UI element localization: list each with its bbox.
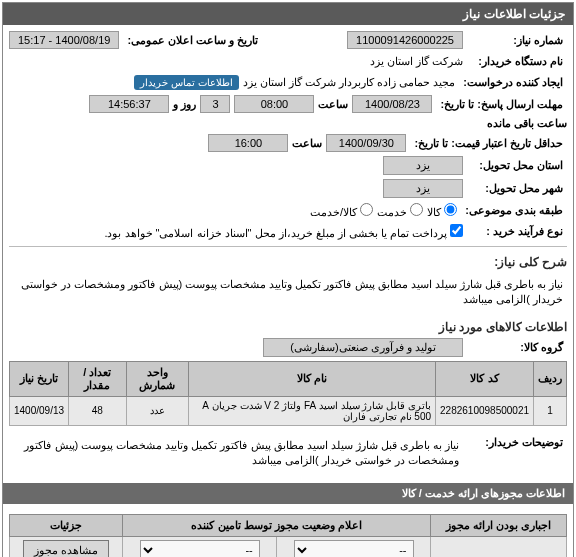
purchase-type-text: پرداخت تمام یا بخشی از مبلغ خرید،از محل …: [104, 227, 447, 239]
buyer-org-label: نام دستگاه خریدار:: [467, 53, 567, 70]
licenses-table: اجباری بودن ارائه مجوز اعلام وضعیت مجوز …: [9, 514, 567, 557]
panel-title: جزئیات اطلاعات نیاز: [3, 3, 573, 25]
table-row: 1 2282610098500021 باتری قابل شارژ سیلد …: [10, 396, 567, 425]
requester-value: مجید حمامی زاده کاربردار شرکت گاز استان …: [243, 76, 455, 89]
deadline-time: 08:00: [234, 95, 314, 113]
min-validity-date: 1400/09/30: [326, 134, 406, 152]
license-row: -- -- مشاهده مجوز: [10, 536, 567, 557]
category-service-option[interactable]: خدمت: [377, 203, 423, 219]
licenses-header-row: اجباری بودن ارائه مجوز اعلام وضعیت مجوز …: [10, 514, 567, 536]
need-desc-title: شرح کلی نیاز:: [9, 255, 567, 269]
buyer-notes-label: توضیحات خریدار:: [467, 434, 567, 451]
category-both-text: کالا/خدمت: [310, 206, 357, 218]
delivery-province-label: استان محل تحویل:: [467, 157, 567, 174]
cell-name: باتری قابل شارژ سیلد اسید FA ولتاژ V 2 ش…: [188, 396, 435, 425]
category-goods-radio[interactable]: [444, 203, 457, 216]
licenses-header: اطلاعات مجوزهای ارائه خدمت / کالا: [3, 483, 573, 504]
deadline-label: مهلت ارسال پاسخ: تا تاریخ:: [436, 96, 567, 113]
goods-table: ردیف کد کالا نام کالا واحد شمارش تعداد /…: [9, 361, 567, 426]
buyer-notes-text: نیاز به باطری قبل شارژ سیلد اسید مطابق پ…: [9, 434, 463, 473]
buyer-org-value: شرکت گاز استان یزد: [370, 55, 463, 68]
row-deadline: مهلت ارسال پاسخ: تا تاریخ: 1400/08/23 سا…: [9, 95, 567, 130]
row-buyer-org: نام دستگاه خریدار: شرکت گاز استان یزد: [9, 53, 567, 70]
min-validity-time: 16:00: [208, 134, 288, 152]
cell-idx: 1: [534, 396, 567, 425]
need-desc-text: نیاز به باطری قبل شارژ سیلد اسید مطابق پ…: [9, 273, 567, 312]
need-number-value: 1100091426000225: [347, 31, 463, 49]
requester-label: ایجاد کننده درخواست:: [459, 74, 567, 91]
licenses-body: اجباری بودن ارائه مجوز اعلام وضعیت مجوز …: [3, 504, 573, 557]
cell-code: 2282610098500021: [436, 396, 534, 425]
license-status-select-2[interactable]: --: [140, 540, 260, 557]
buyer-contact-badge[interactable]: اطلاعات تماس خریدار: [134, 75, 239, 90]
category-goods-text: کالا: [427, 206, 441, 218]
remaining-days: 3: [200, 95, 230, 113]
cell-unit: عدد: [126, 396, 188, 425]
license-status-cell-1: --: [277, 536, 431, 557]
th-mandatory: اجباری بودن ارائه مجوز: [430, 514, 566, 536]
divider-1: [9, 246, 567, 247]
th-qty: تعداد / مقدار: [69, 361, 127, 396]
row-group: گروه کالا: تولید و فرآوری صنعتی(سفارشی): [9, 338, 567, 357]
time-label-1: ساعت: [318, 98, 348, 111]
delivery-city-value: یزد: [383, 179, 463, 198]
row-min-validity: حداقل تاریخ اعتبار قیمت: تا تاریخ: 1400/…: [9, 134, 567, 152]
th-status: اعلام وضعیت مجوز توسط تامین کننده: [123, 514, 431, 536]
license-mandatory-cell: [430, 536, 566, 557]
view-license-button[interactable]: مشاهده مجوز: [23, 540, 109, 557]
purchase-type-checkbox[interactable]: [450, 224, 463, 237]
announce-value: 1400/08/19 - 15:17: [9, 31, 119, 49]
license-details-cell: مشاهده مجوز: [10, 536, 123, 557]
row-buyer-notes: توضیحات خریدار: نیاز به باطری قبل شارژ س…: [9, 434, 567, 473]
row-need-number: شماره نیاز: 1100091426000225 تاریخ و ساع…: [9, 31, 567, 49]
category-service-radio[interactable]: [410, 203, 423, 216]
remaining-days-label: روز و: [173, 98, 196, 111]
category-goods-option[interactable]: کالا: [427, 203, 457, 219]
group-value: تولید و فرآوری صنعتی(سفارشی): [263, 338, 463, 357]
th-unit: واحد شمارش: [126, 361, 188, 396]
remaining-time: 14:56:37: [89, 95, 169, 113]
min-validity-label: حداقل تاریخ اعتبار قیمت: تا تاریخ:: [410, 135, 567, 152]
delivery-city-label: شهر محل تحویل:: [467, 180, 567, 197]
purchase-type-label: نوع فرآیند خرید :: [467, 223, 567, 240]
delivery-province-value: یزد: [383, 156, 463, 175]
category-service-text: خدمت: [377, 206, 407, 218]
category-both-option[interactable]: کالا/خدمت: [310, 203, 373, 219]
cell-date: 1400/09/13: [10, 396, 69, 425]
th-code: کد کالا: [436, 361, 534, 396]
category-both-radio[interactable]: [360, 203, 373, 216]
cell-qty: 48: [69, 396, 127, 425]
main-panel: جزئیات اطلاعات نیاز شماره نیاز: 11000914…: [2, 2, 574, 557]
th-details: جزئیات: [10, 514, 123, 536]
license-status-select-1[interactable]: --: [294, 540, 414, 557]
time-label-2: ساعت: [292, 137, 322, 150]
need-number-label: شماره نیاز:: [467, 32, 567, 49]
panel-body: شماره نیاز: 1100091426000225 تاریخ و ساع…: [3, 25, 573, 483]
row-requester: ایجاد کننده درخواست: مجید حمامی زاده کار…: [9, 74, 567, 91]
group-label: گروه کالا:: [467, 339, 567, 356]
row-delivery-city: شهر محل تحویل: یزد: [9, 179, 567, 198]
th-row: ردیف: [534, 361, 567, 396]
purchase-type-option[interactable]: پرداخت تمام یا بخشی از مبلغ خرید،از محل …: [104, 224, 463, 240]
announce-label: تاریخ و ساعت اعلان عمومی:: [123, 32, 262, 49]
goods-title: اطلاعات کالاهای مورد نیاز: [9, 320, 567, 334]
remaining-suffix: ساعت باقی مانده: [487, 117, 567, 130]
deadline-date: 1400/08/23: [352, 95, 432, 113]
th-name: نام کالا: [188, 361, 435, 396]
row-category: طبقه بندی موضوعی: کالا خدمت کالا/خدمت: [9, 202, 567, 219]
row-purchase-type: نوع فرآیند خرید : پرداخت تمام یا بخشی از…: [9, 223, 567, 240]
category-label: طبقه بندی موضوعی:: [461, 202, 567, 219]
row-delivery-province: استان محل تحویل: یزد: [9, 156, 567, 175]
table-header-row: ردیف کد کالا نام کالا واحد شمارش تعداد /…: [10, 361, 567, 396]
th-date: تاریخ نیاز: [10, 361, 69, 396]
license-status-cell-2: --: [123, 536, 277, 557]
